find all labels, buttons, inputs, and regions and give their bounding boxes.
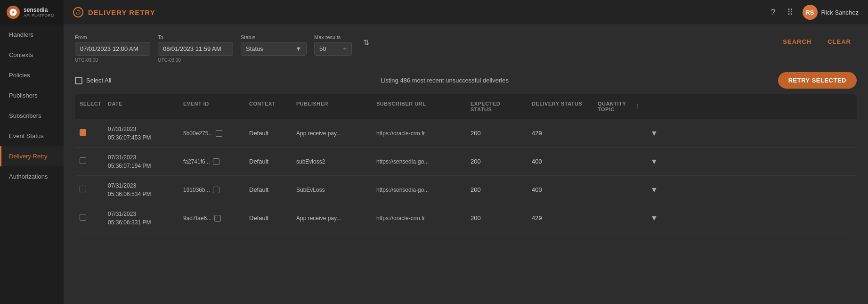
row4-expand-btn[interactable]: ▼ [645,209,664,227]
row1-publisher: App receive pay... [292,125,372,141]
row2-expected-status: 200 [466,153,527,170]
sidebar-item-publishers[interactable]: Publishers [0,85,64,106]
sidebar-logo: sensedia API PLATFORM [0,0,64,25]
row4-copy-icon[interactable] [214,215,221,222]
status-field: Status Status ▼ [241,34,307,56]
row2-copy-icon[interactable] [213,158,219,165]
row2-publisher: subEvioss2 [292,154,372,170]
row3-copy-icon[interactable] [213,187,219,193]
row3-checkbox[interactable] [80,186,86,192]
row4-checkbox[interactable] [80,214,86,221]
row1-context: Default [244,125,292,141]
filter-sort-area: ⇅ [359,34,373,59]
filter-actions: SEARCH CLEAR [777,34,857,50]
row2-checkbox[interactable] [80,157,86,164]
from-timezone: UTC-03:00 [75,58,150,63]
row4-select [75,209,103,227]
select-all-row: Select All Listing 486 most recent unsuc… [75,72,857,89]
row1-event-id: 5b00e275... [178,125,244,141]
topbar: DELIVERY RETRY ? ⠿ RS Rick Sanchez [64,0,868,25]
col-subscriber-url: SUBSCRIBER URL [372,98,466,115]
row4-quantity-topic [593,214,645,223]
row2-expand-btn[interactable]: ▼ [645,153,664,171]
col-expand [645,98,664,115]
sidebar-item-authorizations[interactable]: Authorizations [0,166,64,187]
col-date: DATE [103,98,178,115]
select-all-area: Select All [75,77,111,84]
row2-subscriber-url: https://sensedia-go... [372,154,466,170]
row1-date: 07/31/202305:36:07:453 PM [103,120,178,147]
max-results-field: Max results 50 + [314,34,352,56]
row1-delivery-status: 429 [527,125,593,141]
sidebar-item-event-status[interactable]: Event Status [0,126,64,146]
row2-select [75,153,103,170]
col-expected-status: EXPECTED STATUS [466,98,527,115]
retry-selected-button[interactable]: RETRY SELECTED [778,72,857,89]
max-label: Max results [314,34,352,40]
sensedia-logo-icon [7,6,20,19]
col-context: CONTEXT [244,98,292,115]
user-name: Rick Sanchez [821,9,859,16]
status-label: Status [241,34,307,40]
row1-select [75,124,103,142]
from-field: From 07/01/2023 12:00 AM UTC-03:00 [75,34,150,63]
page-title: DELIVERY RETRY [88,8,155,16]
row4-delivery-status: 429 [527,210,593,226]
filter-row: From 07/01/2023 12:00 AM UTC-03:00 To 08… [75,34,857,63]
row1-copy-icon[interactable] [216,130,222,137]
row3-expected-status: 200 [466,181,527,198]
row2-event-id: fa2741f6... [178,154,244,170]
row4-event-id: 9ad7fae6... [178,210,244,226]
col-options-icon[interactable]: ⋮ [635,104,641,110]
user-menu[interactable]: RS Rick Sanchez [803,5,859,20]
listing-info: Listing 486 most recent unsuccessful del… [381,77,509,84]
from-label: From [75,34,150,40]
max-value[interactable]: 50 + [314,42,352,56]
table-row: 07/31/202305:36:06:534 PM 191036b... Def… [75,176,857,204]
row2-quantity-topic [593,157,645,166]
search-button[interactable]: SEARCH [777,34,817,49]
clear-button[interactable]: CLEAR [822,34,857,49]
row3-event-id: 191036b... [178,182,244,198]
row3-context: Default [244,181,292,198]
row1-expected-status: 200 [466,125,527,141]
sidebar-item-subscribers[interactable]: Subscribers [0,106,64,126]
col-quantity-topic: QUANTITY TOPIC ⋮ [593,98,645,115]
content-area: From 07/01/2023 12:00 AM UTC-03:00 To 08… [64,25,868,304]
row4-date: 07/31/202305:36:06:331 PM [103,205,178,231]
row1-quantity-topic [593,129,645,138]
from-value[interactable]: 07/01/2023 12:00 AM [75,42,150,56]
row2-date: 07/31/202305:36:07:194 PM [103,148,178,175]
row4-subscriber-url: https://oracle-crm.fr [372,210,466,226]
to-value[interactable]: 08/01/2023 11:59 AM [158,42,233,56]
apps-icon[interactable]: ⠿ [785,5,795,19]
sidebar-item-contexts[interactable]: Contexts [0,45,64,65]
sidebar-item-policies[interactable]: Policies [0,65,64,85]
row3-expand-btn[interactable]: ▼ [645,181,664,199]
max-plus-icon: + [343,45,347,52]
col-publisher: PUBLISHER [292,98,372,115]
row3-subscriber-url: https://sensedia-go... [372,182,466,198]
sidebar-item-handlers[interactable]: Handlers [0,25,64,45]
topbar-right: ? ⠿ RS Rick Sanchez [769,5,859,20]
row1-subscriber-url: https://oracle-crm.fr [372,125,466,141]
to-label: To [158,34,233,40]
col-delivery-status: DELIVERY STATUS [527,98,593,115]
col-select: SELECT [75,98,103,115]
sort-icon[interactable]: ⇅ [359,34,373,51]
select-all-checkbox[interactable] [75,77,82,84]
brand-name: sensedia [24,7,54,13]
row3-date: 07/31/202305:36:06:534 PM [103,177,178,203]
table-row: 07/31/202305:36:07:194 PM fa2741f6... De… [75,148,857,176]
sidebar-item-delivery-retry[interactable]: Delivery Retry [0,146,64,166]
row1-checkbox[interactable] [80,129,86,136]
row1-expand-btn[interactable]: ▼ [645,124,664,142]
help-icon[interactable]: ? [769,6,778,19]
brand-sub: API PLATFORM [24,13,54,18]
row3-delivery-status: 400 [527,181,593,198]
status-select[interactable]: Status ▼ [241,42,307,56]
table-row: 07/31/202305:36:07:453 PM 5b00e275... De… [75,119,857,148]
row3-publisher: SubEvLoss [292,182,372,198]
main-content: DELIVERY RETRY ? ⠿ RS Rick Sanchez From … [64,0,868,304]
col-event-id: EVENT ID [178,98,244,115]
